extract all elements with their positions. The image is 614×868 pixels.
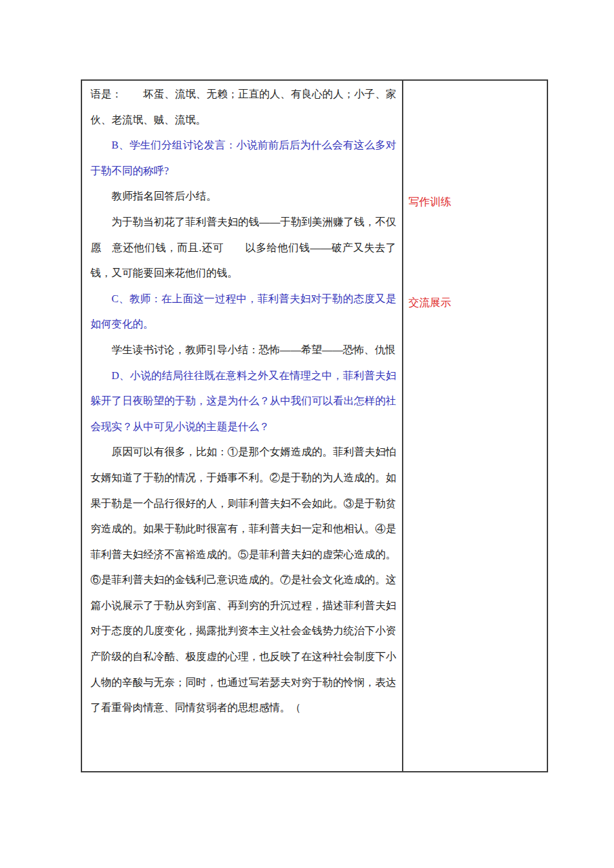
annotation-exchange-display: 交流展示 <box>408 296 451 309</box>
paragraph-reasons-analysis: 原因可以有很多，比如：①是那个女婿造成的。菲利普夫妇怕女婿知道了于勒的情况，于婚… <box>90 439 396 721</box>
paragraph-question-c: C、教师：在上面这一过程中，菲利普夫妇对于勒的态度又是如何变化的。 <box>90 286 396 337</box>
document-page: 语是： 坏蛋、流氓、无赖；正直的人、有良心的人；小子、家伙、老流氓、贼、流氓。 … <box>0 0 614 868</box>
lesson-content-cell: 语是： 坏蛋、流氓、无赖；正直的人、有良心的人；小子、家伙、老流氓、贼、流氓。 … <box>82 81 403 771</box>
paragraph-attitude-summary: 学生读书讨论，教师引导小结：恐怖——希望——恐怖、仇恨 <box>90 337 396 363</box>
paragraph-question-b: B、学生们分组讨论发言：小说前前后后为什么会有这么多对于勒不同的称呼? <box>90 132 396 183</box>
annotation-writing-training: 写作训练 <box>408 196 451 209</box>
paragraph-continuation-names: 语是： 坏蛋、流氓、无赖；正直的人、有良心的人；小子、家伙、老流氓、贼、流氓。 <box>90 81 396 132</box>
paragraph-money-explanation: 为于勒当初花了菲利普夫妇的钱——于勒到美洲赚了钱，不仅愿 意还他们钱，而且.还可… <box>90 209 396 286</box>
annotation-cell: 写作训练 交流展示 <box>403 81 547 771</box>
paragraph-teacher-summary: 教师指名回答后小结。 <box>90 183 396 209</box>
paragraph-question-d: D、小说的结局往往既在意料之外又在情理之中，菲利普夫妇躲开了日夜盼望的于勒，这是… <box>90 363 396 440</box>
lesson-plan-table: 语是： 坏蛋、流氓、无赖；正直的人、有良心的人；小子、家伙、老流氓、贼、流氓。 … <box>81 79 548 772</box>
